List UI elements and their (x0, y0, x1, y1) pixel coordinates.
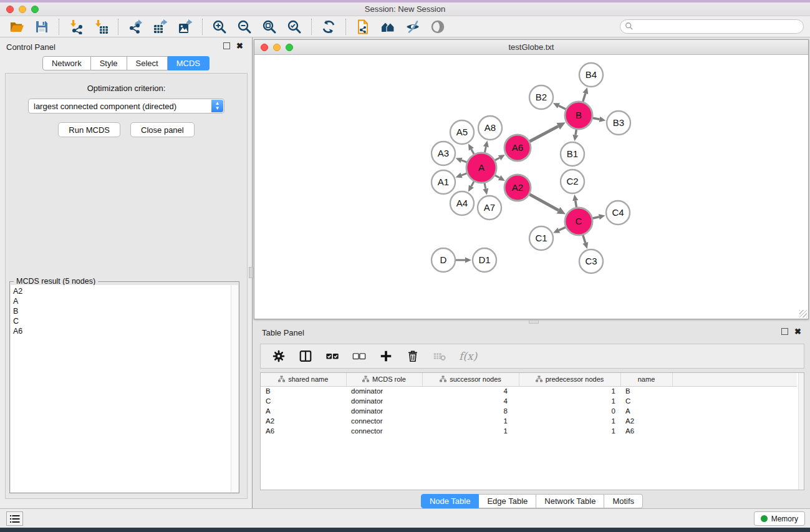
graph-edge-C-C2[interactable] (576, 201, 577, 208)
close-table-panel-icon[interactable]: ✖ (794, 328, 801, 335)
graph-edge-B-B3[interactable] (593, 118, 600, 119)
graph-edge-C-C1[interactable] (559, 227, 566, 230)
export-network-icon[interactable] (127, 19, 143, 35)
graph-edge-C-C3[interactable] (583, 235, 586, 243)
zoom-out-icon[interactable] (236, 19, 253, 35)
graph-edge-A-A3[interactable] (461, 160, 467, 162)
graph-edge-A2-C[interactable] (529, 195, 558, 211)
tab-edge-table[interactable]: Edge Table (479, 494, 536, 508)
table-cell[interactable]: dominator (346, 406, 422, 416)
tab-network-table[interactable]: Network Table (536, 494, 604, 508)
save-session-icon[interactable] (34, 19, 50, 35)
mcds-result-item[interactable]: A (13, 296, 231, 306)
import-table-icon[interactable] (93, 19, 109, 35)
window-resize-grip[interactable] (799, 310, 807, 317)
table-cell[interactable]: 1 (422, 426, 519, 436)
graph-edge-A-A5[interactable] (471, 149, 474, 154)
table-cell[interactable]: A (261, 406, 346, 416)
table-row[interactable]: Adominator80A (261, 406, 797, 416)
home-icon[interactable] (380, 19, 396, 35)
tab-select[interactable]: Select (127, 56, 168, 70)
table-cell[interactable]: A2 (261, 416, 346, 426)
column-header-name[interactable]: name (620, 373, 672, 386)
table-row[interactable]: A6connector11A6 (261, 426, 797, 436)
graph-edge-A-A2[interactable] (495, 175, 499, 178)
task-history-button[interactable] (6, 511, 23, 526)
mcds-result-scrollbar[interactable] (231, 285, 238, 492)
open-file-icon[interactable] (9, 19, 25, 35)
table-cell[interactable]: A2 (620, 416, 672, 426)
table-cell[interactable]: 8 (422, 406, 519, 416)
mcds-result-item[interactable]: A2 (13, 286, 231, 296)
zoom-selected-icon[interactable] (286, 19, 302, 35)
mcds-result-item[interactable]: B (13, 306, 231, 316)
table-cell[interactable]: 1 (422, 416, 519, 426)
show-all-icon[interactable] (430, 19, 446, 35)
tab-motifs[interactable]: Motifs (604, 494, 643, 508)
search-input[interactable] (620, 19, 804, 34)
import-network-icon[interactable] (68, 19, 84, 35)
unselect-all-columns-icon[interactable] (352, 349, 367, 364)
memory-button[interactable]: Memory (754, 511, 805, 526)
graph-edge-A-A7[interactable] (485, 183, 486, 188)
run-mcds-button[interactable]: Run MCDS (58, 122, 120, 137)
table-cell[interactable]: 0 (519, 406, 620, 416)
tab-network[interactable]: Network (42, 56, 91, 70)
table-cell[interactable]: A6 (261, 426, 346, 436)
table-row[interactable]: Cdominator41C (261, 396, 797, 406)
column-header-successor-nodes[interactable]: successor nodes (422, 373, 519, 386)
refresh-icon[interactable] (321, 19, 337, 35)
export-table-icon[interactable] (152, 19, 168, 35)
mcds-result-item[interactable]: C (13, 316, 231, 326)
float-table-panel-icon[interactable] (781, 328, 788, 335)
table-row[interactable]: A2connector11A2 (261, 416, 797, 426)
create-column-icon[interactable] (378, 349, 393, 364)
graph-edge-B-B1[interactable] (576, 130, 576, 135)
table-cell[interactable]: B (620, 386, 672, 396)
optimization-criterion-select[interactable]: largest connected component (directed) ▲… (28, 99, 224, 114)
export-image-icon[interactable] (177, 19, 193, 35)
table-cell[interactable]: dominator (346, 386, 422, 396)
graph-edge-A-A8[interactable] (485, 147, 486, 152)
graph-edge-A-A6[interactable] (495, 158, 499, 160)
table-cell[interactable]: A6 (620, 426, 672, 436)
mcds-result-item[interactable]: A6 (13, 326, 231, 336)
show-column-panel-icon[interactable] (298, 349, 313, 364)
select-all-columns-icon[interactable] (325, 349, 340, 364)
table-cell[interactable]: C (620, 396, 672, 406)
table-cell[interactable]: C (261, 396, 346, 406)
network-window-titlebar[interactable]: testGlobe.txt (254, 40, 808, 55)
table-cell[interactable]: dominator (346, 396, 422, 406)
zoom-fit-icon[interactable] (261, 19, 277, 35)
table-cell[interactable]: 4 (422, 386, 519, 396)
table-cell[interactable]: 1 (519, 396, 620, 406)
table-cell[interactable]: connector (346, 426, 422, 436)
zoom-in-icon[interactable] (211, 19, 228, 35)
column-header-MCDS-role[interactable]: MCDS role (346, 373, 422, 386)
delete-table-icon[interactable] (432, 349, 447, 364)
table-cell[interactable]: 1 (519, 426, 620, 436)
close-panel-icon[interactable]: ✖ (236, 42, 243, 49)
table-cell[interactable]: 1 (519, 386, 620, 396)
graph-edge-A6-B[interactable] (529, 126, 558, 141)
hide-selected-icon[interactable] (405, 19, 421, 35)
table-scrollbar[interactable] (798, 373, 804, 490)
tab-style[interactable]: Style (91, 56, 127, 70)
column-header-shared-name[interactable]: shared name (261, 373, 346, 386)
function-builder-icon[interactable]: f(x) (459, 350, 477, 362)
table-cell[interactable]: 1 (519, 416, 620, 426)
delete-column-icon[interactable] (405, 349, 420, 364)
node-table[interactable]: shared nameMCDS rolesuccessor nodesprede… (260, 372, 804, 490)
close-panel-button[interactable]: Close panel (130, 122, 195, 137)
network-canvas[interactable]: B4B2BB3A8A5A6A3B1AA1C2A2A4A7C4CC1DD1C3 (254, 55, 808, 319)
tab-node-table[interactable]: Node Table (421, 494, 480, 508)
graph-edge-A-A4[interactable] (471, 181, 474, 186)
column-header-predecessor-nodes[interactable]: predecessor nodes (519, 373, 620, 386)
graph-edge-C-C4[interactable] (592, 217, 599, 218)
graph-edge-A-A1[interactable] (461, 173, 467, 175)
graph-edge-B-B2[interactable] (559, 105, 566, 109)
network-from-file-icon[interactable] (355, 19, 371, 35)
table-cell[interactable]: 4 (422, 396, 519, 406)
table-row[interactable]: Bdominator41B (261, 386, 797, 396)
table-cell[interactable]: A (620, 406, 672, 416)
